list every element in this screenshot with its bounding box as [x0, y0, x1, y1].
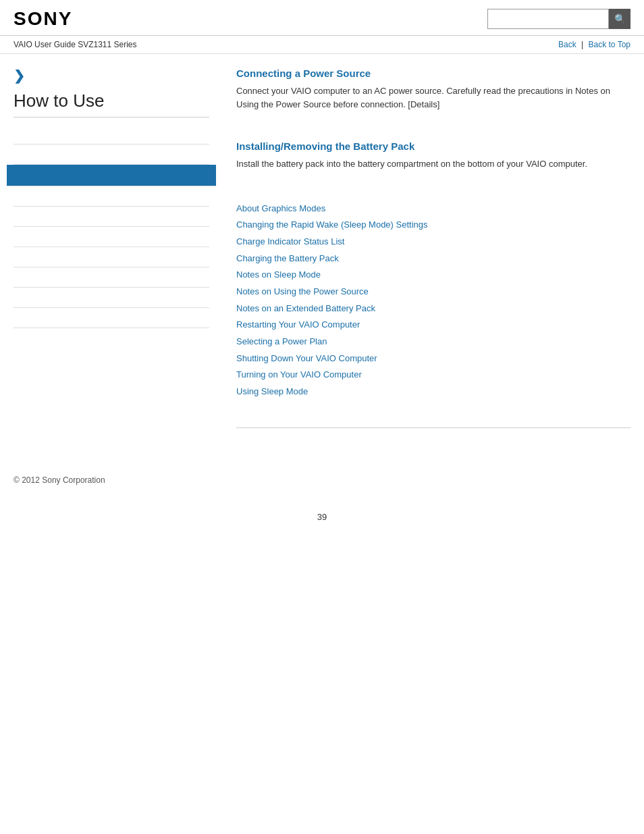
- link-charge-indicator[interactable]: Charge Indicator Status List: [236, 234, 630, 251]
- nav-links: Back | Back to Top: [558, 40, 630, 49]
- link-turning-on[interactable]: Turning on Your VAIO Computer: [236, 367, 630, 384]
- link-notes-sleep-mode[interactable]: Notes on Sleep Mode: [236, 267, 630, 284]
- sidebar-item-blank-7: [14, 267, 209, 288]
- main-container: ❯ How to Use Connecting a Power Source C…: [0, 54, 644, 455]
- sub-header: VAIO User Guide SVZ1311 Series Back | Ba…: [0, 36, 644, 54]
- nav-separator: |: [581, 40, 583, 49]
- page-header: SONY 🔍: [0, 0, 644, 36]
- sidebar-item-blank-1: [14, 124, 209, 145]
- connecting-power-title[interactable]: Connecting a Power Source: [236, 68, 630, 79]
- connecting-power-desc: Connect your VAIO computer to an AC powe…: [236, 84, 630, 111]
- back-link[interactable]: Back: [558, 40, 576, 49]
- installing-battery-desc: Install the battery pack into the batter…: [236, 157, 630, 171]
- footer: © 2012 Sony Corporation: [0, 455, 644, 498]
- back-to-top-link[interactable]: Back to Top: [589, 40, 630, 49]
- content-divider: [236, 427, 630, 428]
- search-area: 🔍: [487, 9, 630, 29]
- page-number: 39: [0, 498, 644, 536]
- sidebar-item-blank-4: [14, 207, 209, 227]
- guide-title: VAIO User Guide SVZ1311 Series: [14, 40, 137, 49]
- section-connecting-power: Connecting a Power Source Connect your V…: [236, 68, 630, 127]
- copyright-text: © 2012 Sony Corporation: [14, 475, 105, 485]
- search-icon: 🔍: [614, 14, 626, 24]
- sidebar-item-blank-2: [14, 145, 209, 165]
- search-input[interactable]: [487, 9, 609, 29]
- sidebar-item-blank-6: [14, 247, 209, 267]
- sidebar-item-blank-9: [14, 308, 209, 328]
- sony-logo: SONY: [14, 8, 72, 30]
- link-shutting-down[interactable]: Shutting Down Your VAIO Computer: [236, 350, 630, 367]
- search-button[interactable]: 🔍: [609, 9, 630, 29]
- sidebar: ❯ How to Use: [14, 68, 223, 442]
- sidebar-item-blank-8: [14, 288, 209, 308]
- sidebar-arrow: ❯: [14, 68, 209, 84]
- section-installing-battery: Installing/Removing the Battery Pack Ins…: [236, 140, 630, 187]
- installing-battery-title[interactable]: Installing/Removing the Battery Pack: [236, 140, 630, 152]
- link-about-graphics[interactable]: About Graphics Modes: [236, 201, 630, 217]
- link-rapid-wake[interactable]: Changing the Rapid Wake (Sleep Mode) Set…: [236, 217, 630, 234]
- link-selecting-power-plan[interactable]: Selecting a Power Plan: [236, 334, 630, 350]
- link-using-sleep-mode[interactable]: Using Sleep Mode: [236, 384, 630, 400]
- sidebar-item-blank-5: [14, 227, 209, 247]
- link-restarting-vaio[interactable]: Restarting Your VAIO Computer: [236, 317, 630, 334]
- link-notes-extended-battery[interactable]: Notes on an Extended Battery Pack: [236, 301, 630, 317]
- sidebar-item-active[interactable]: [7, 165, 216, 186]
- sidebar-title: How to Use: [14, 90, 209, 118]
- related-links-section: About Graphics Modes Changing the Rapid …: [236, 201, 630, 414]
- link-notes-power-source[interactable]: Notes on Using the Power Source: [236, 284, 630, 301]
- link-charging-battery[interactable]: Charging the Battery Pack: [236, 251, 630, 267]
- content-area: Connecting a Power Source Connect your V…: [223, 68, 630, 442]
- sidebar-item-blank-3: [14, 186, 209, 207]
